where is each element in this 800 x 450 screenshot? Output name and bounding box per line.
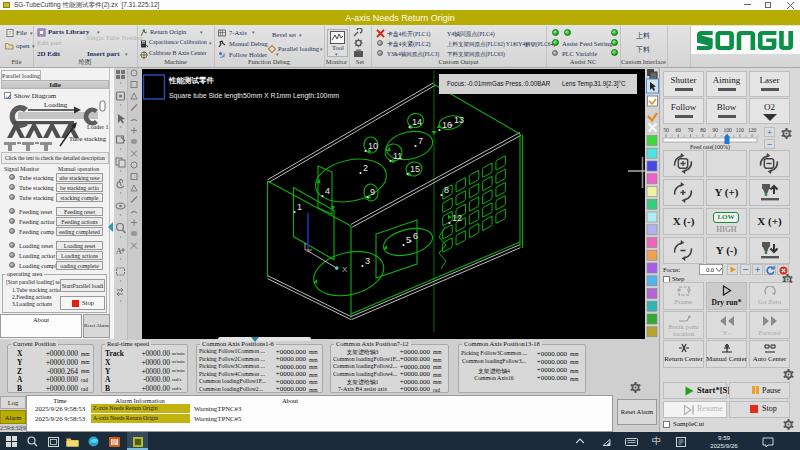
svg-text:性能测试零件: 性能测试零件 xyxy=(168,76,215,85)
svg-text:3: 3 xyxy=(365,256,370,266)
svg-text:0.00BAR: 0.00BAR xyxy=(525,80,551,87)
svg-text:14: 14 xyxy=(412,117,422,127)
svg-text:10: 10 xyxy=(368,141,378,151)
svg-text:2: 2 xyxy=(363,163,368,173)
svg-text:13: 13 xyxy=(454,115,464,125)
svg-text:70: 70 xyxy=(688,127,694,133)
svg-text:60: 60 xyxy=(676,127,682,133)
svg-text:9: 9 xyxy=(370,187,375,197)
svg-text:120: 120 xyxy=(748,127,757,133)
svg-text:4: 4 xyxy=(325,186,330,196)
svg-text:7: 7 xyxy=(418,136,423,146)
svg-text:Loader 1: Loader 1 xyxy=(87,124,109,130)
svg-text:X: X xyxy=(342,265,348,274)
svg-text:6: 6 xyxy=(413,231,418,241)
svg-text:100: 100 xyxy=(723,127,732,133)
svg-text:Lens Temp.:: Lens Temp.: xyxy=(562,80,596,88)
svg-text:110: 110 xyxy=(736,127,744,133)
svg-text:1: 1 xyxy=(297,202,302,212)
svg-text:A: A xyxy=(116,247,122,256)
svg-text:11: 11 xyxy=(393,151,402,161)
svg-text:Focus:: Focus: xyxy=(447,80,466,87)
svg-text:50: 50 xyxy=(663,127,669,133)
svg-text:16: 16 xyxy=(442,120,452,130)
svg-text:15: 15 xyxy=(410,164,420,174)
svg-text:80: 80 xyxy=(700,127,706,133)
svg-text:8: 8 xyxy=(444,185,449,195)
svg-text:12: 12 xyxy=(452,213,462,223)
svg-text:Loading: Loading xyxy=(44,101,68,109)
svg-text:Tube stacking: Tube stacking xyxy=(69,135,107,142)
svg-text:Gas Press.:: Gas Press.: xyxy=(492,80,525,87)
svg-text:Square tube Side length50mm X: Square tube Side length50mm X R1mm Lengt… xyxy=(169,92,339,100)
svg-text:90: 90 xyxy=(712,127,718,133)
svg-text:31.9[2.3]°C: 31.9[2.3]°C xyxy=(594,80,626,88)
